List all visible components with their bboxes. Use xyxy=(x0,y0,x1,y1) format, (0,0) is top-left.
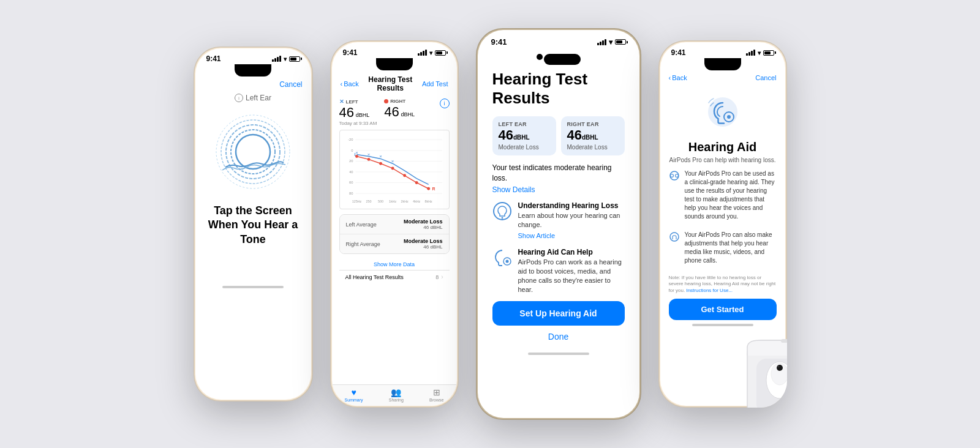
ear-icon: i xyxy=(235,94,243,102)
battery-icon-4 xyxy=(763,50,774,56)
left-avg-row: Left Average Moderate Loss 46 dBHL xyxy=(340,215,449,234)
svg-point-46 xyxy=(675,174,678,177)
svg-text:×: × xyxy=(367,152,370,157)
svg-text:80: 80 xyxy=(349,192,353,195)
signal-icon-4 xyxy=(746,50,755,56)
svg-point-38 xyxy=(501,217,503,219)
svg-text:60: 60 xyxy=(349,181,353,184)
wifi-icon-4: ▾ xyxy=(758,50,761,56)
airpods-icon-2 xyxy=(669,231,680,245)
svg-point-53 xyxy=(777,366,779,368)
right-ear-dot xyxy=(384,99,388,103)
tab-browse[interactable]: ⊞ Browse xyxy=(429,387,443,402)
signal-icon-2 xyxy=(418,50,427,56)
hearing-aid-main-icon xyxy=(669,94,777,135)
svg-text:20: 20 xyxy=(349,159,353,163)
phone-1-status-bar: 9:41 ▾ xyxy=(195,48,311,65)
svg-text:500: 500 xyxy=(378,200,383,203)
back-button-4[interactable]: ‹Back xyxy=(669,74,687,81)
phone-2-status-icons: ▾ xyxy=(418,50,446,56)
p4-info-item-2: Your AirPods Pro can also make adjustmen… xyxy=(669,231,777,270)
wifi-icon: ▾ xyxy=(284,56,287,62)
p3-cards: LEFT EAR 46dBHL Moderate Loss RIGHT EAR … xyxy=(492,116,625,155)
cancel-button[interactable]: Cancel xyxy=(279,80,302,89)
svg-point-33 xyxy=(403,174,406,177)
p4-title: Hearing Aid xyxy=(669,140,777,154)
show-details-link[interactable]: Show Details xyxy=(492,185,625,194)
svg-point-30 xyxy=(367,158,370,161)
svg-point-52 xyxy=(777,365,783,371)
summary-icon: ♥ xyxy=(351,387,356,397)
phone-3-inner: 9:41 ▾ Hearing Test Results xyxy=(478,30,639,418)
scene: 9:41 ▾ Cancel xyxy=(0,0,980,448)
svg-text:×: × xyxy=(379,154,382,159)
sharing-icon: 👥 xyxy=(391,387,401,397)
all-results-row[interactable]: All Hearing Test Results 8 › xyxy=(339,270,450,283)
tab-summary[interactable]: ♥ Summary xyxy=(345,387,363,402)
phone-2-navbar: ‹Back Hearing Test Results Add Test xyxy=(332,73,457,96)
right-avg-row: Right Average Moderate Loss 46 dBHL xyxy=(340,234,449,253)
signal-icon-3 xyxy=(597,39,606,45)
svg-point-43 xyxy=(727,115,731,119)
show-article-link[interactable]: Show Article xyxy=(518,232,556,239)
phone-4-time: 9:41 xyxy=(671,48,686,57)
set-up-hearing-aid-button[interactable]: Set Up Hearing Aid xyxy=(492,301,625,326)
svg-text:×: × xyxy=(391,159,394,164)
instructions-link[interactable]: Instructions for Use... xyxy=(686,288,733,293)
done-button[interactable]: Done xyxy=(492,326,625,348)
hearing-aid-item: Hearing Aid Can Help AirPods Pro can wor… xyxy=(492,248,625,294)
stats-header: ✕ LEFT 46 dBHL Today at 9:33 AM RIGHT xyxy=(339,99,450,126)
svg-point-34 xyxy=(415,181,418,184)
right-ear-card: RIGHT EAR 46dBHL Moderate Loss xyxy=(561,116,625,155)
ear-label: i Left Ear xyxy=(195,94,311,102)
show-more-data-button[interactable]: Show More Data xyxy=(339,259,450,270)
back-button-2[interactable]: ‹Back xyxy=(341,80,359,88)
phone-3-status-icons: ▾ xyxy=(597,38,626,47)
phone-1-status-icons: ▾ xyxy=(272,56,300,62)
airpods-case-svg xyxy=(738,316,787,408)
phone-2-inner: 9:41 ▾ ‹Back He xyxy=(332,42,457,406)
phone-2-content: ✕ LEFT 46 dBHL Today at 9:33 AM RIGHT xyxy=(332,96,457,286)
phone-2: 9:41 ▾ ‹Back He xyxy=(330,40,459,408)
battery-icon-2 xyxy=(435,50,446,56)
phone-3: 9:41 ▾ Hearing Test Results xyxy=(476,28,641,420)
phone-3-status-bar: 9:41 ▾ xyxy=(478,30,639,49)
right-ear-stat: RIGHT 46 dBHL xyxy=(384,99,415,119)
phone-4-status-bar: 9:41 ▾ xyxy=(660,42,785,59)
add-test-button[interactable]: Add Test xyxy=(422,80,448,88)
svg-point-45 xyxy=(670,174,673,177)
cancel-button-4[interactable]: Cancel xyxy=(755,74,776,81)
airpods-case xyxy=(738,316,787,408)
left-ear-stat: ✕ LEFT 46 dBHL Today at 9:33 AM xyxy=(339,99,377,126)
home-indicator xyxy=(222,286,284,288)
phone-4: 9:41 ▾ ‹Back Ca xyxy=(658,40,787,408)
svg-point-31 xyxy=(379,162,382,165)
p4-info-item-1: Your AirPods Pro can be used as a clinic… xyxy=(669,170,777,226)
chart-svg-container: -20 0 20 40 60 80 125Hz 250 500 1kHz 2kH… xyxy=(344,133,445,206)
phone-2-time: 9:41 xyxy=(343,48,358,57)
phone-3-notch-area xyxy=(478,49,639,65)
wifi-icon-2: ▾ xyxy=(429,50,432,56)
phone-2-status-bar: 9:41 ▾ xyxy=(332,42,457,59)
svg-point-35 xyxy=(427,187,430,190)
nav-title-2: Hearing Test Results xyxy=(359,75,422,92)
wave-svg xyxy=(213,112,293,192)
hearing-aid-icon xyxy=(492,248,512,267)
chevron-right-icon: › xyxy=(441,274,443,280)
svg-point-0 xyxy=(216,115,290,189)
battery-icon xyxy=(289,56,300,62)
chart-svg: -20 0 20 40 60 80 125Hz 250 500 1kHz 2kH… xyxy=(344,133,445,206)
svg-text:2kHz: 2kHz xyxy=(401,200,409,203)
p3-title: Hearing Test Results xyxy=(492,70,625,108)
info-button[interactable]: i xyxy=(440,99,450,108)
tab-bar-2: ♥ Summary 👥 Sharing ⊞ Browse xyxy=(332,384,457,406)
understanding-hearing-item: Understanding Hearing Loss Learn about h… xyxy=(492,201,625,241)
sound-wave-visual xyxy=(195,112,311,192)
phone-1-inner: 9:41 ▾ Cancel xyxy=(195,48,311,400)
svg-text:4kHz: 4kHz xyxy=(413,200,421,203)
averages-table: Left Average Moderate Loss 46 dBHL Right… xyxy=(339,214,450,254)
phone-1-time: 9:41 xyxy=(206,54,221,63)
tab-sharing[interactable]: 👥 Sharing xyxy=(389,387,404,402)
hearing-chart: -20 0 20 40 60 80 125Hz 250 500 1kHz 2kH… xyxy=(339,130,450,209)
svg-point-41 xyxy=(708,97,737,127)
